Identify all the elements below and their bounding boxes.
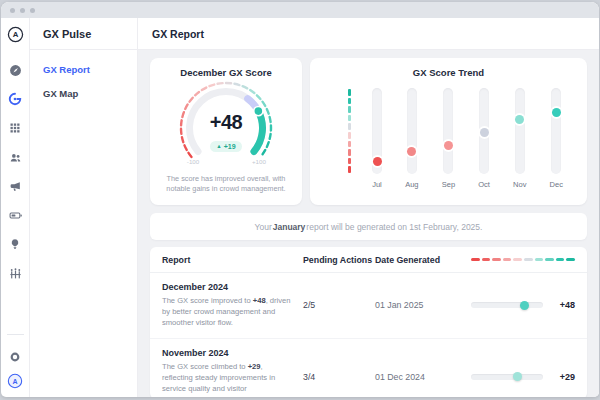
app-window: A A GX Pulse GX Report GX ReportGX Map D… — [1, 2, 599, 397]
sidebar-icon-megaphone-icon[interactable] — [7, 178, 23, 194]
trend-dot-sep — [444, 141, 453, 150]
report-row-description: The GX score climbed to +29, reflecting … — [162, 361, 293, 397]
legend-dash — [503, 258, 512, 261]
trend-track — [443, 88, 453, 174]
report-row-score-slider: +29 — [471, 372, 575, 382]
window-control-dot[interactable] — [10, 8, 15, 13]
scale-segment — [348, 141, 351, 148]
gauge-delta-value: +19 — [224, 143, 236, 150]
report-row-score-value: +29 — [550, 372, 575, 382]
legend-dash — [471, 258, 480, 261]
trend-column-nov: Nov — [513, 88, 526, 189]
trend-column-sep: Sep — [442, 88, 455, 189]
report-table-card: Report Pending Actions Date Generated De… — [150, 247, 587, 397]
legend-dash — [513, 258, 522, 261]
legend-dash — [535, 258, 544, 261]
window-control-dot[interactable] — [30, 8, 35, 13]
legend-dash — [492, 258, 501, 261]
trend-track — [515, 88, 525, 174]
rail-divider — [7, 334, 24, 335]
score-color-legend — [471, 258, 575, 261]
report-row-main: November 2024The GX score climbed to +29… — [162, 348, 303, 397]
trend-dot-oct — [480, 128, 489, 137]
sidebar-icon-compass-icon[interactable] — [7, 62, 23, 78]
legend-dash — [566, 258, 575, 261]
report-row-date: 01 Jan 2025 — [375, 300, 471, 310]
trend-month-label: Nov — [513, 180, 526, 189]
trend-column-oct: Oct — [478, 88, 490, 189]
sidebar-icon-lightbulb-icon[interactable] — [7, 236, 23, 252]
nav-item-gx-map[interactable]: GX Map — [43, 88, 137, 99]
nav-item-gx-report[interactable]: GX Report — [43, 64, 137, 75]
brand-logo-icon: A — [7, 18, 24, 50]
trend-column-jul: Jul — [372, 88, 382, 189]
report-row-score-value: +48 — [550, 300, 575, 310]
trend-dot-aug — [407, 147, 416, 156]
gauge-card: December GX Score -100+100 +48 ▲ +19 The… — [150, 58, 302, 205]
report-row-pending-actions: 2/5 — [303, 300, 375, 310]
desc-part: +29 — [248, 362, 261, 371]
trend-track — [479, 88, 489, 174]
score-slider-track — [471, 374, 543, 380]
svg-text:-100: -100 — [187, 158, 200, 165]
scale-segment — [348, 89, 351, 96]
score-slider-dot — [513, 372, 522, 381]
legend-dash — [545, 258, 554, 261]
window-titlebar — [1, 2, 599, 18]
legend-dash — [524, 258, 533, 261]
report-row-title: December 2024 — [162, 282, 293, 292]
column-header-pending-actions: Pending Actions — [303, 255, 375, 265]
svg-text:A: A — [12, 378, 17, 385]
trend-month-label: Oct — [478, 180, 490, 189]
sidebar-icon-settings-icon[interactable] — [7, 349, 23, 365]
desc-part: +48 — [253, 296, 266, 305]
banner-text: report will be generated on 1st February… — [306, 222, 482, 232]
icon-rail: A A — [1, 18, 30, 397]
legend-dash — [482, 258, 491, 261]
svg-text:A: A — [12, 30, 18, 39]
sidebar-icon-battery-icon[interactable] — [7, 207, 23, 223]
trend-month-label: Dec — [550, 180, 563, 189]
report-row-score-slider: +48 — [471, 300, 575, 310]
report-row-date: 01 Dec 2024 — [375, 372, 471, 382]
sidebar-icon-users-icon[interactable] — [7, 149, 23, 165]
score-slider-dot — [520, 301, 529, 310]
page-title: GX Report — [138, 18, 599, 50]
trend-dot-jul — [373, 157, 382, 166]
scale-segment — [348, 123, 351, 130]
report-row-pending-actions: 3/4 — [303, 372, 375, 382]
trend-color-scale — [348, 89, 351, 173]
trend-dot-nov — [515, 115, 524, 124]
trend-dot-dec — [552, 108, 561, 117]
trend-column-dec: Dec — [550, 88, 563, 189]
table-row[interactable]: December 2024The GX score improved to +4… — [150, 273, 587, 339]
banner-text: Your — [255, 222, 272, 232]
trend-month-label: Jul — [372, 180, 382, 189]
trend-month-label: Aug — [405, 180, 418, 189]
scale-segment — [348, 106, 351, 113]
trend-column-aug: Aug — [405, 88, 418, 189]
sidebar-icon-grid-icon[interactable] — [7, 120, 23, 136]
trend-month-label: Sep — [442, 180, 455, 189]
scale-segment — [348, 166, 351, 173]
trend-track — [372, 88, 382, 174]
sidebar-icon-attractions-icon[interactable] — [7, 265, 23, 281]
sidebar-icon-profile-icon[interactable]: A — [7, 373, 23, 389]
banner-highlight: January — [273, 222, 306, 232]
report-schedule-banner: Your January report will be generated on… — [150, 213, 587, 240]
desc-part: The GX score improved to — [162, 296, 253, 305]
delta-up-icon: ▲ — [216, 144, 221, 150]
window-control-dot[interactable] — [20, 8, 25, 13]
report-row-description: The GX score improved to +48, driven by … — [162, 295, 293, 328]
sidebar-icon-gx-logo-icon[interactable] — [7, 91, 23, 107]
report-table-header: Report Pending Actions Date Generated — [150, 247, 587, 273]
trend-card: GX Score Trend JulAugSepOctNovDec — [310, 58, 587, 205]
trend-track — [551, 88, 561, 174]
gauge-delta-badge: ▲ +19 — [210, 141, 241, 152]
main-content: December GX Score -100+100 +48 ▲ +19 The… — [138, 50, 599, 397]
gauge-card-title: December GX Score — [150, 67, 302, 78]
gauge-caption: The score has improved overall, with not… — [150, 174, 302, 194]
table-row[interactable]: November 2024The GX score climbed to +29… — [150, 339, 587, 397]
scale-segment — [348, 115, 351, 122]
column-header-report: Report — [162, 255, 303, 265]
